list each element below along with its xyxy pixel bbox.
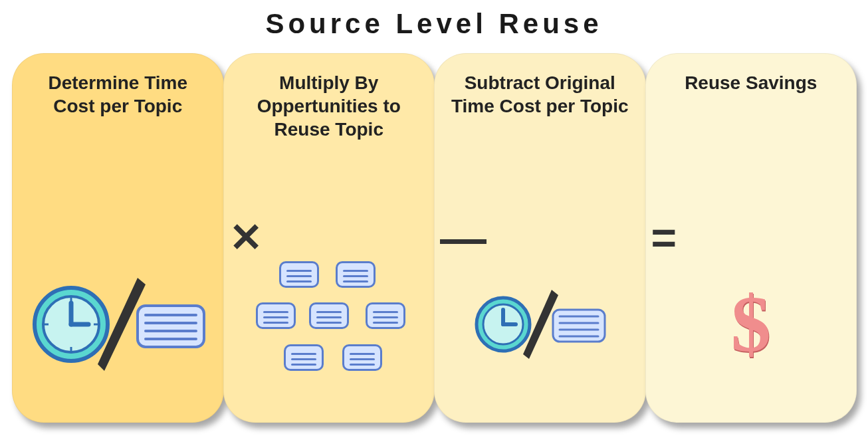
topic-chip-icon xyxy=(366,302,405,329)
svg-rect-8 xyxy=(138,306,204,347)
diagram-title: Source Level Reuse xyxy=(0,8,868,40)
card-row: Determine Time Cost per Topic xyxy=(12,53,856,423)
illustration-many-topics xyxy=(224,227,435,422)
topic-chip-icon xyxy=(336,261,376,288)
card-label: Determine Time Cost per Topic xyxy=(26,71,210,118)
clock-slash-topic-icon xyxy=(25,265,211,384)
illustration-savings: $ xyxy=(646,227,857,422)
topic-chip-icon xyxy=(342,344,382,371)
card-determine-time-cost: Determine Time Cost per Topic xyxy=(12,53,224,423)
clock-slash-topic-icon xyxy=(467,278,613,371)
diagram-stage: Source Level Reuse Determine Time Cost p… xyxy=(0,0,868,438)
topic-chip-icon xyxy=(309,302,349,329)
illustration-time-per-topic-small xyxy=(435,227,645,422)
card-reuse-savings: Reuse Savings = $ xyxy=(645,53,857,423)
topic-chip-icon xyxy=(284,344,324,371)
topic-chips-cluster xyxy=(243,261,415,387)
card-multiply-opportunities: Multiply By Oppertunities to Reuse Topic… xyxy=(223,53,435,423)
topic-chip-icon xyxy=(256,302,296,329)
dollar-sign-icon: $ xyxy=(731,278,771,370)
card-label: Multiply By Oppertunities to Reuse Topic xyxy=(237,71,421,141)
card-label: Reuse Savings xyxy=(659,71,843,94)
topic-chip-icon xyxy=(279,261,319,288)
card-subtract-original: Subtract Original Time Cost per Topic — xyxy=(434,53,646,423)
card-label: Subtract Original Time Cost per Topic xyxy=(448,71,632,118)
illustration-time-per-topic xyxy=(13,227,223,422)
